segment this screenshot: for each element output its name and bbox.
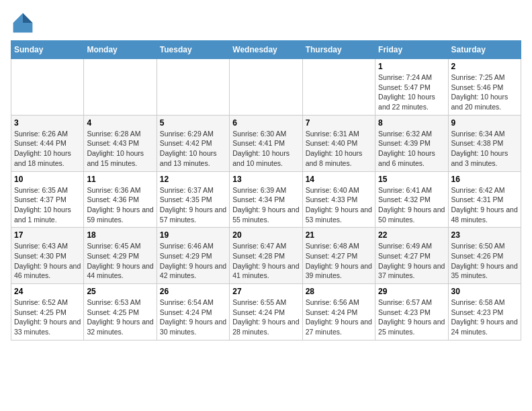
day-info: Sunrise: 6:45 AM Sunset: 4:29 PM Dayligh… [87,241,153,281]
calendar-cell: 13Sunrise: 6:39 AM Sunset: 4:34 PM Dayli… [230,171,302,228]
day-number: 9 [451,118,518,128]
calendar-cell [11,59,84,116]
day-info: Sunrise: 6:53 AM Sunset: 4:25 PM Dayligh… [87,298,153,337]
day-number: 17 [14,230,81,240]
calendar-cell: 6Sunrise: 6:30 AM Sunset: 4:41 PM Daylig… [230,115,302,171]
day-info: Sunrise: 6:37 AM Sunset: 4:35 PM Dayligh… [160,185,226,225]
calendar-cell: 12Sunrise: 6:37 AM Sunset: 4:35 PM Dayli… [157,171,229,228]
day-number: 16 [451,175,518,184]
day-number: 12 [160,175,226,184]
weekday-header-saturday: Saturday [448,41,521,59]
weekday-header-sunday: Sunday [11,41,84,59]
day-info: Sunrise: 6:29 AM Sunset: 4:42 PM Dayligh… [160,129,226,169]
calendar-cell: 8Sunrise: 6:32 AM Sunset: 4:39 PM Daylig… [375,115,448,171]
calendar-cell [157,59,229,116]
calendar-cell: 16Sunrise: 6:42 AM Sunset: 4:31 PM Dayli… [448,171,521,228]
day-info: Sunrise: 7:25 AM Sunset: 5:46 PM Dayligh… [451,73,518,112]
calendar-cell: 11Sunrise: 6:36 AM Sunset: 4:36 PM Dayli… [84,171,157,228]
calendar-cell: 26Sunrise: 6:54 AM Sunset: 4:24 PM Dayli… [157,284,229,340]
day-info: Sunrise: 6:57 AM Sunset: 4:23 PM Dayligh… [378,298,445,337]
svg-marker-1 [23,13,32,23]
day-number: 19 [160,230,226,240]
day-number: 8 [378,118,445,128]
day-info: Sunrise: 6:47 AM Sunset: 4:28 PM Dayligh… [232,241,299,281]
day-info: Sunrise: 6:35 AM Sunset: 4:37 PM Dayligh… [14,185,81,225]
day-info: Sunrise: 6:28 AM Sunset: 4:43 PM Dayligh… [87,129,153,169]
day-info: Sunrise: 6:34 AM Sunset: 4:38 PM Dayligh… [451,129,518,169]
day-info: Sunrise: 6:50 AM Sunset: 4:26 PM Dayligh… [451,241,518,281]
day-number: 23 [451,230,518,240]
calendar-cell: 19Sunrise: 6:46 AM Sunset: 4:29 PM Dayli… [157,228,229,284]
calendar-cell: 27Sunrise: 6:55 AM Sunset: 4:24 PM Dayli… [230,284,302,340]
calendar-cell: 10Sunrise: 6:35 AM Sunset: 4:37 PM Dayli… [11,171,84,228]
calendar-cell: 28Sunrise: 6:56 AM Sunset: 4:24 PM Dayli… [302,284,375,340]
day-number: 3 [14,118,81,128]
day-info: Sunrise: 6:36 AM Sunset: 4:36 PM Dayligh… [87,185,153,225]
day-info: Sunrise: 7:24 AM Sunset: 5:47 PM Dayligh… [378,73,445,112]
day-number: 30 [451,287,518,296]
calendar-cell: 9Sunrise: 6:34 AM Sunset: 4:38 PM Daylig… [448,115,521,171]
day-number: 11 [87,175,153,184]
weekday-header-thursday: Thursday [302,41,375,59]
day-number: 13 [232,175,299,184]
weekday-header-wednesday: Wednesday [230,41,302,59]
day-number: 21 [306,230,372,240]
day-info: Sunrise: 6:48 AM Sunset: 4:27 PM Dayligh… [306,241,372,281]
calendar-cell: 15Sunrise: 6:41 AM Sunset: 4:32 PM Dayli… [375,171,448,228]
day-number: 2 [451,62,518,71]
day-number: 27 [232,287,299,296]
day-info: Sunrise: 6:52 AM Sunset: 4:25 PM Dayligh… [14,298,81,337]
calendar-cell: 23Sunrise: 6:50 AM Sunset: 4:26 PM Dayli… [448,228,521,284]
calendar-cell: 29Sunrise: 6:57 AM Sunset: 4:23 PM Dayli… [375,284,448,340]
day-info: Sunrise: 6:43 AM Sunset: 4:30 PM Dayligh… [14,241,81,281]
day-info: Sunrise: 6:49 AM Sunset: 4:27 PM Dayligh… [378,241,445,281]
day-number: 22 [378,230,445,240]
calendar-cell: 17Sunrise: 6:43 AM Sunset: 4:30 PM Dayli… [11,228,84,284]
calendar-cell: 30Sunrise: 6:58 AM Sunset: 4:23 PM Dayli… [448,284,521,340]
weekday-header-tuesday: Tuesday [157,41,229,59]
calendar-cell: 14Sunrise: 6:40 AM Sunset: 4:33 PM Dayli… [302,171,375,228]
weekday-header-monday: Monday [84,41,157,59]
calendar-cell: 2Sunrise: 7:25 AM Sunset: 5:46 PM Daylig… [448,59,521,116]
weekday-header-friday: Friday [375,41,448,59]
calendar-cell [302,59,375,116]
day-info: Sunrise: 6:55 AM Sunset: 4:24 PM Dayligh… [232,298,299,337]
day-number: 25 [87,287,153,296]
day-number: 28 [306,287,372,296]
calendar-cell: 25Sunrise: 6:53 AM Sunset: 4:25 PM Dayli… [84,284,157,340]
day-info: Sunrise: 6:54 AM Sunset: 4:24 PM Dayligh… [160,298,226,337]
day-info: Sunrise: 6:41 AM Sunset: 4:32 PM Dayligh… [378,185,445,225]
day-info: Sunrise: 6:26 AM Sunset: 4:44 PM Dayligh… [14,129,81,169]
calendar-cell [230,59,302,116]
calendar-cell: 4Sunrise: 6:28 AM Sunset: 4:43 PM Daylig… [84,115,157,171]
day-number: 18 [87,230,153,240]
day-info: Sunrise: 6:30 AM Sunset: 4:41 PM Dayligh… [232,129,299,169]
calendar-cell: 22Sunrise: 6:49 AM Sunset: 4:27 PM Dayli… [375,228,448,284]
logo [11,11,38,35]
day-info: Sunrise: 6:46 AM Sunset: 4:29 PM Dayligh… [160,241,226,281]
day-number: 14 [306,175,372,184]
calendar: SundayMondayTuesdayWednesdayThursdayFrid… [11,40,521,340]
day-info: Sunrise: 6:58 AM Sunset: 4:23 PM Dayligh… [451,298,518,337]
calendar-cell: 7Sunrise: 6:31 AM Sunset: 4:40 PM Daylig… [302,115,375,171]
calendar-cell: 24Sunrise: 6:52 AM Sunset: 4:25 PM Dayli… [11,284,84,340]
day-number: 10 [14,175,81,184]
day-number: 24 [14,287,81,296]
calendar-cell: 3Sunrise: 6:26 AM Sunset: 4:44 PM Daylig… [11,115,84,171]
day-info: Sunrise: 6:32 AM Sunset: 4:39 PM Dayligh… [378,129,445,169]
day-number: 26 [160,287,226,296]
logo-icon [11,11,35,35]
day-info: Sunrise: 6:42 AM Sunset: 4:31 PM Dayligh… [451,185,518,225]
header [11,11,521,35]
day-number: 7 [306,118,372,128]
day-number: 20 [232,230,299,240]
day-info: Sunrise: 6:40 AM Sunset: 4:33 PM Dayligh… [306,185,372,225]
calendar-cell: 20Sunrise: 6:47 AM Sunset: 4:28 PM Dayli… [230,228,302,284]
day-number: 4 [87,118,153,128]
day-number: 29 [378,287,445,296]
day-number: 1 [378,62,445,71]
day-info: Sunrise: 6:39 AM Sunset: 4:34 PM Dayligh… [232,185,299,225]
calendar-cell [84,59,157,116]
day-info: Sunrise: 6:56 AM Sunset: 4:24 PM Dayligh… [306,298,372,337]
calendar-cell: 5Sunrise: 6:29 AM Sunset: 4:42 PM Daylig… [157,115,229,171]
